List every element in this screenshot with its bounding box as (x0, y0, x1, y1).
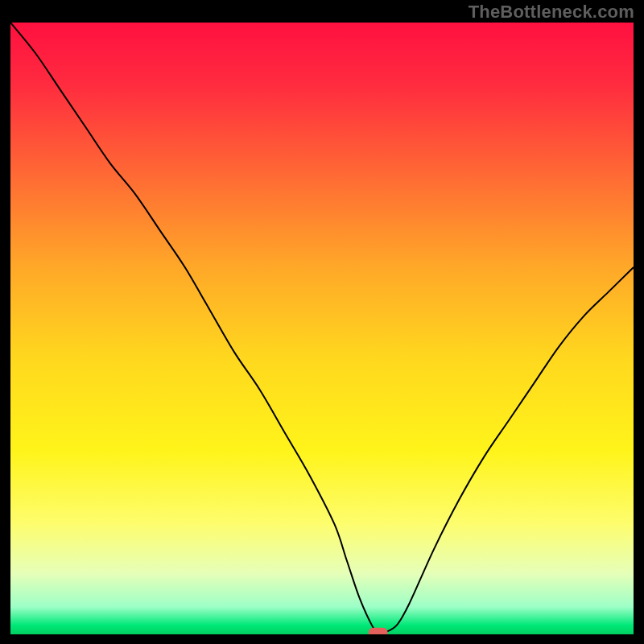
optimal-point-marker (369, 628, 388, 634)
watermark-text: TheBottleneck.com (469, 2, 634, 23)
gradient-background (10, 23, 634, 634)
plot-area (10, 23, 634, 634)
chart-container: TheBottleneck.com (0, 0, 644, 644)
chart-svg (10, 23, 634, 634)
